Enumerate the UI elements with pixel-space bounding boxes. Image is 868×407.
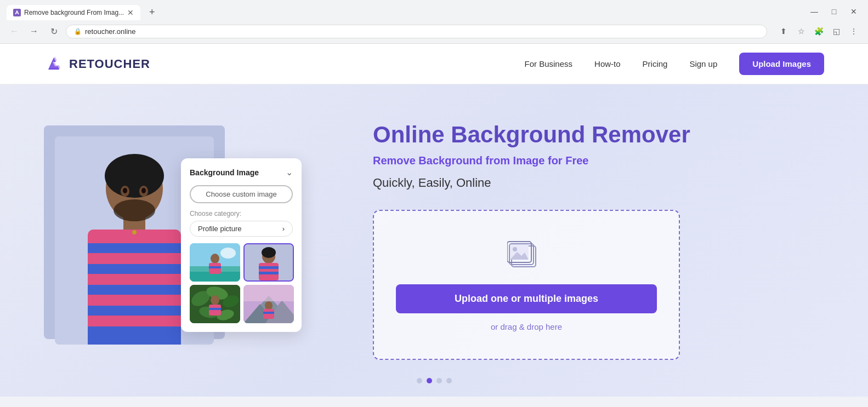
svg-point-16 (141, 188, 146, 193)
svg-rect-24 (209, 266, 221, 268)
bg-thumb-beach[interactable] (190, 243, 240, 282)
background-thumbnails (190, 243, 293, 323)
navbar: RETOUCHER For Business How-to Pricing Si… (0, 44, 868, 84)
upload-stack-icon (507, 238, 546, 271)
tab-title: Remove background From Imag... (24, 9, 124, 16)
website: RETOUCHER For Business How-to Pricing Si… (0, 44, 868, 397)
browser-address-bar: ← → ↻ 🔒 retoucher.online ⬆ ☆ 🧩 ◱ ⋮ (0, 20, 868, 43)
svg-point-4 (105, 154, 164, 198)
svg-point-12 (132, 230, 137, 234)
svg-rect-44 (243, 285, 294, 301)
leaves-svg (190, 285, 240, 323)
close-button[interactable]: ✕ (848, 7, 859, 16)
logo[interactable]: RETOUCHER (44, 54, 150, 74)
carousel-dots (417, 378, 452, 383)
svg-point-37 (211, 295, 219, 305)
minimize-button[interactable]: — (809, 7, 820, 16)
profile-button[interactable]: ◱ (829, 24, 844, 39)
tab-favicon (13, 9, 21, 16)
tab-close-button[interactable]: ✕ (127, 8, 134, 17)
hero-title: Online Background Remover (373, 121, 824, 148)
svg-point-27 (262, 247, 276, 258)
svg-rect-8 (88, 264, 181, 274)
hero-tagline: Quickly, Easily, Online (373, 176, 824, 190)
bg-thumb-mountain[interactable] (243, 285, 294, 323)
browser-title-bar: Remove background From Imag... ✕ + — □ ✕ (0, 0, 868, 20)
svg-point-21 (220, 248, 236, 259)
bg-panel-collapse-icon[interactable]: ⌄ (286, 167, 293, 177)
nav-upload-button[interactable]: Upload Images (739, 53, 824, 75)
logo-icon (44, 54, 64, 74)
drag-drop-text: or drag & drop here (396, 322, 657, 331)
svg-point-52 (513, 247, 517, 251)
back-button[interactable]: ← (7, 24, 22, 39)
share-button[interactable]: ⬆ (776, 24, 791, 39)
selected-bg-svg (245, 244, 293, 280)
browser-action-buttons: ⬆ ☆ 🧩 ◱ ⋮ (776, 24, 861, 39)
dot-1[interactable] (417, 378, 422, 383)
nav-link-how-to[interactable]: How-to (594, 59, 621, 68)
svg-point-15 (123, 188, 127, 193)
svg-rect-29 (259, 266, 279, 269)
nav-links: For Business How-to Pricing Sign up Uplo… (525, 53, 825, 75)
svg-rect-47 (263, 312, 274, 314)
beach-svg (190, 243, 240, 282)
svg-rect-7 (88, 243, 181, 253)
hero-demo-area: Background Image ⌄ Choose custom image C… (44, 125, 329, 356)
bg-panel-title: Background Image (190, 168, 259, 177)
category-label: Choose category: (190, 210, 293, 217)
bookmark-button[interactable]: ☆ (793, 24, 809, 39)
svg-rect-11 (88, 326, 181, 345)
extensions-button[interactable]: 🧩 (811, 24, 826, 39)
url-bar[interactable]: 🔒 retoucher.online (66, 25, 767, 38)
svg-point-17 (114, 199, 155, 221)
upload-icon-container (396, 238, 657, 273)
maximize-button[interactable]: □ (829, 7, 839, 16)
browser-tab[interactable]: Remove background From Imag... ✕ (7, 5, 140, 20)
browser-chrome: Remove background From Imag... ✕ + — □ ✕… (0, 0, 868, 44)
refresh-button[interactable]: ↻ (46, 24, 61, 39)
dot-3[interactable] (436, 378, 442, 383)
nav-link-pricing[interactable]: Pricing (643, 59, 668, 68)
upload-button[interactable]: Upload one or multiple images (396, 284, 657, 313)
svg-point-22 (211, 254, 219, 263)
bg-thumb-leaves[interactable] (190, 285, 240, 323)
forward-button[interactable]: → (26, 24, 42, 39)
svg-marker-1 (49, 56, 60, 68)
nav-link-for-business[interactable]: For Business (525, 59, 573, 68)
choose-custom-image-button[interactable]: Choose custom image (190, 185, 293, 203)
category-value: Profile picture (198, 225, 241, 233)
dot-2[interactable] (427, 378, 432, 383)
mountain-svg (243, 285, 294, 323)
background-image-panel: Background Image ⌄ Choose custom image C… (181, 158, 302, 332)
nav-link-sign-up[interactable]: Sign up (689, 59, 717, 68)
menu-button[interactable]: ⋮ (846, 24, 861, 39)
hero-section: Background Image ⌄ Choose custom image C… (0, 84, 868, 397)
category-select[interactable]: Profile picture › (190, 221, 293, 237)
category-chevron-icon: › (282, 225, 285, 233)
bg-thumb-selected[interactable] (243, 243, 294, 282)
hero-subtitle: Remove Background from Image for Free (373, 154, 824, 167)
upload-zone[interactable]: Upload one or multiple images or drag & … (373, 210, 680, 360)
lock-icon: 🔒 (74, 28, 82, 35)
dot-4[interactable] (446, 378, 452, 383)
svg-rect-39 (209, 308, 221, 310)
svg-rect-10 (88, 306, 181, 316)
new-tab-button[interactable]: + (145, 4, 160, 20)
hero-content: Online Background Remover Remove Backgro… (329, 121, 824, 359)
svg-point-45 (265, 301, 273, 310)
logo-text: RETOUCHER (69, 57, 150, 71)
svg-rect-9 (88, 285, 181, 295)
svg-rect-30 (259, 272, 279, 274)
bg-panel-header: Background Image ⌄ (190, 167, 293, 177)
url-text: retoucher.online (85, 27, 136, 36)
